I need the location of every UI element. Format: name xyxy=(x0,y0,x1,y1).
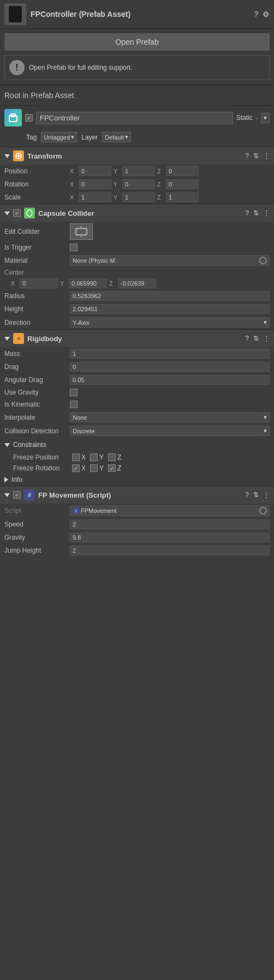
angular-drag-input[interactable] xyxy=(70,375,270,385)
interpolate-dropdown[interactable]: None ▾ xyxy=(70,412,270,422)
freeze-pos-z-checkbox[interactable] xyxy=(108,453,116,461)
mass-input[interactable] xyxy=(70,349,270,359)
collision-detection-dropdown[interactable]: Discrete ▾ xyxy=(70,426,270,436)
scale-y-input[interactable] xyxy=(122,192,155,202)
scale-row: Scale X Y Z xyxy=(0,191,274,204)
tag-dropdown[interactable]: Untagged ▾ xyxy=(41,132,77,142)
radius-input[interactable] xyxy=(70,291,270,301)
transform-title: Transform xyxy=(27,152,242,160)
rigidbody-help-icon[interactable]: ? xyxy=(245,335,249,342)
scale-x-input[interactable] xyxy=(79,192,111,202)
fp-movement-title: FP Movement (Script) xyxy=(38,491,242,499)
freeze-pos-y-checkbox[interactable] xyxy=(90,453,98,461)
mass-row: Mass xyxy=(0,347,274,360)
radius-label: Radius xyxy=(4,292,70,300)
material-value[interactable]: None (Physic M xyxy=(70,255,270,266)
capsule-active-checkbox[interactable] xyxy=(13,209,21,217)
rigidbody-actions: ? ⇅ ⋮ xyxy=(245,335,270,342)
freeze-pos-x-item: X xyxy=(72,453,86,461)
go-name-input[interactable] xyxy=(36,112,233,124)
edit-collider-row: Edit Collider xyxy=(0,222,274,241)
fp-movement-collapse-arrow[interactable] xyxy=(4,493,10,497)
rigidbody-collapse-arrow[interactable] xyxy=(4,337,10,341)
collision-detection-value: Discrete xyxy=(73,428,94,434)
height-input[interactable] xyxy=(70,304,270,314)
header-icons: ? ⚙ xyxy=(254,10,270,19)
position-y-input[interactable] xyxy=(122,166,155,176)
freeze-rot-z-item: Z xyxy=(108,464,121,472)
position-x-input[interactable] xyxy=(79,166,111,176)
jump-height-input[interactable] xyxy=(70,546,270,555)
svg-rect-8 xyxy=(86,230,88,233)
rotation-y-input[interactable] xyxy=(122,179,155,189)
center-x-input[interactable] xyxy=(20,279,58,288)
center-y-input[interactable] xyxy=(69,279,107,288)
freeze-pos-x-checkbox[interactable] xyxy=(72,453,80,461)
transform-settings-icon[interactable]: ⇅ xyxy=(253,152,259,160)
constraints-title[interactable]: Constraints xyxy=(4,440,270,450)
svg-rect-10 xyxy=(80,234,82,237)
rigidbody-settings-icon[interactable]: ⇅ xyxy=(253,335,259,342)
is-kinematic-checkbox[interactable] xyxy=(70,401,78,408)
fp-movement-active-checkbox[interactable] xyxy=(13,491,21,499)
rigidbody-header: Rigidbody ? ⇅ ⋮ xyxy=(0,329,274,347)
static-label: Static xyxy=(236,114,253,122)
position-z-label: Z xyxy=(157,168,164,174)
transform-help-icon[interactable]: ? xyxy=(245,152,249,160)
fp-movement-menu-icon[interactable]: ⋮ xyxy=(263,491,270,499)
capsule-help-icon[interactable]: ? xyxy=(245,209,249,217)
script-value[interactable]: # FPMovement xyxy=(70,505,270,516)
layer-dropdown[interactable]: Default ▾ xyxy=(102,132,131,142)
freeze-rot-x-label: X xyxy=(81,464,86,472)
is-trigger-label: Is Trigger xyxy=(4,244,70,251)
fp-movement-icon: # xyxy=(24,489,35,500)
help-icon-btn[interactable]: ? xyxy=(254,10,258,19)
go-active-checkbox[interactable] xyxy=(25,114,33,122)
info-row[interactable]: Info xyxy=(0,474,274,486)
prefab-icon-inner xyxy=(9,6,22,22)
freeze-rot-z-checkbox[interactable] xyxy=(108,464,116,472)
layer-label: Layer xyxy=(81,134,98,141)
settings-icon-btn[interactable]: ⚙ xyxy=(263,10,270,19)
freeze-pos-y-label: Y xyxy=(99,453,104,461)
freeze-rot-x-checkbox[interactable] xyxy=(72,464,80,472)
capsule-collapse-arrow[interactable] xyxy=(4,211,10,215)
is-trigger-row: Is Trigger xyxy=(0,241,274,253)
rotation-z-input[interactable] xyxy=(166,179,199,189)
prefab-title: FPController (Prefab Asset) xyxy=(31,10,249,19)
static-dropdown[interactable]: ▾ xyxy=(261,113,270,123)
warning-text: Open Prefab for full editing support. xyxy=(29,64,132,71)
scale-z-input[interactable] xyxy=(166,192,199,202)
freeze-rot-y-checkbox[interactable] xyxy=(90,464,98,472)
position-z-input[interactable] xyxy=(166,166,199,176)
capsule-settings-icon[interactable]: ⇅ xyxy=(253,209,259,217)
open-prefab-button[interactable]: Open Prefab xyxy=(4,33,270,51)
drag-row: Drag xyxy=(0,360,274,373)
radius-row: Radius xyxy=(0,289,274,303)
speed-row: Speed xyxy=(0,518,274,531)
drag-input[interactable] xyxy=(70,362,270,372)
scale-z-label: Z xyxy=(157,194,164,201)
edit-collider-button[interactable] xyxy=(70,223,93,240)
freeze-pos-y-item: Y xyxy=(90,453,104,461)
gravity-label: Gravity xyxy=(4,534,70,541)
gravity-input[interactable] xyxy=(70,533,270,542)
fp-movement-help-icon[interactable]: ? xyxy=(245,491,249,499)
center-z-input[interactable] xyxy=(118,279,156,288)
rotation-x-input[interactable] xyxy=(79,179,111,189)
info-expand-arrow[interactable] xyxy=(4,477,8,482)
rigidbody-menu-icon[interactable]: ⋮ xyxy=(263,335,270,342)
speed-input[interactable] xyxy=(70,519,270,529)
direction-value: Y-Axis xyxy=(73,319,90,326)
transform-menu-icon[interactable]: ⋮ xyxy=(263,152,270,160)
freeze-position-label: Freeze Position xyxy=(13,453,68,461)
capsule-menu-icon[interactable]: ⋮ xyxy=(263,209,270,217)
transform-component-header: Transform ? ⇅ ⋮ xyxy=(0,147,274,165)
transform-collapse-arrow[interactable] xyxy=(4,154,10,158)
use-gravity-checkbox[interactable] xyxy=(70,389,78,396)
interpolate-value: None xyxy=(73,414,87,421)
fp-movement-settings-icon[interactable]: ⇅ xyxy=(253,491,259,499)
constraints-collapse-arrow[interactable] xyxy=(4,443,10,447)
is-trigger-checkbox[interactable] xyxy=(70,244,78,251)
direction-dropdown[interactable]: Y-Axis ▾ xyxy=(70,317,270,328)
